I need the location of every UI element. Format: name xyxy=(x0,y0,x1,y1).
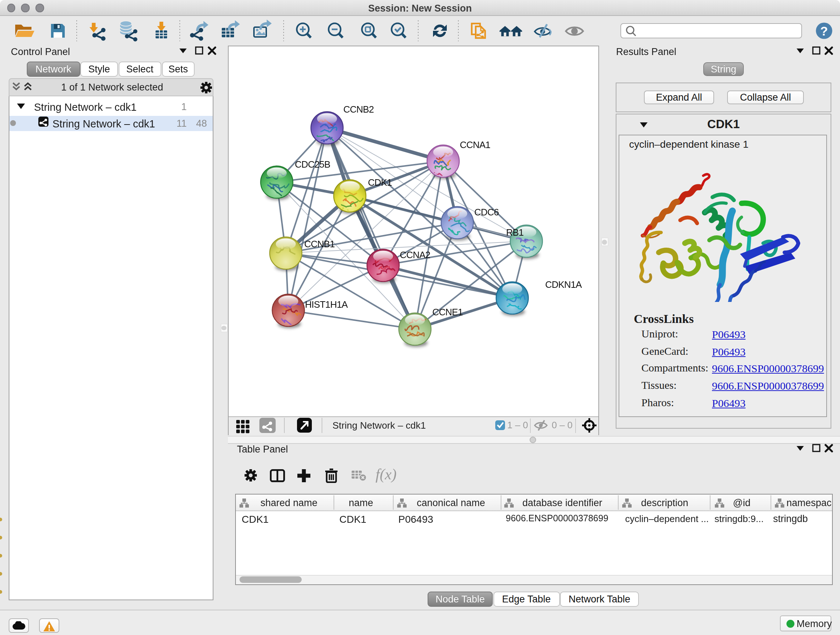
svg-text:RB1: RB1 xyxy=(506,226,523,238)
svg-text:CDK1: CDK1 xyxy=(368,177,392,187)
svg-text:CCNA2: CCNA2 xyxy=(399,249,430,260)
svg-text:CDKN1A: CDKN1A xyxy=(545,279,582,290)
svg-text:CCNA1: CCNA1 xyxy=(459,139,490,150)
svg-text:HIST1H1A: HIST1H1A xyxy=(305,299,347,310)
svg-text:?: ? xyxy=(820,24,828,38)
svg-text:CDC6: CDC6 xyxy=(474,206,499,217)
svg-text:CCNE1: CCNE1 xyxy=(432,306,462,317)
svg-text:CCNB2: CCNB2 xyxy=(343,103,373,114)
svg-text:CCNB1: CCNB1 xyxy=(304,238,334,249)
svg-text:CDC25B: CDC25B xyxy=(294,158,330,169)
